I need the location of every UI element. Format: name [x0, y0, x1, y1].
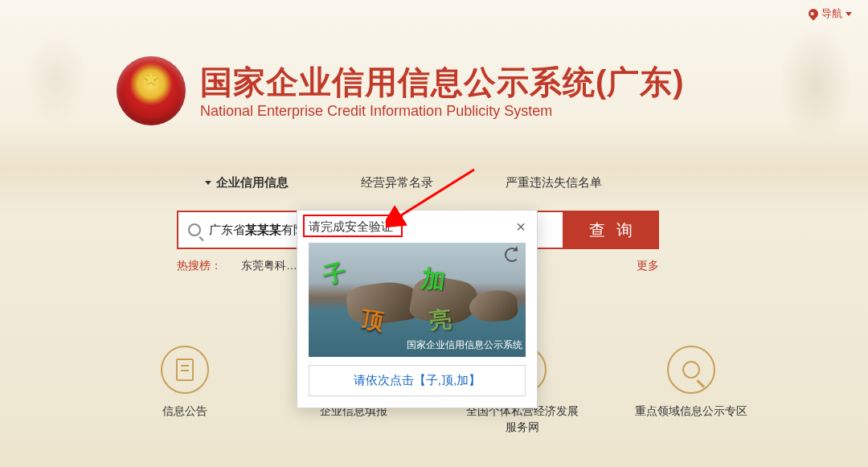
- site-header: 国家企业信用信息公示系统(广东) National Enterprise Cre…: [117, 56, 685, 125]
- quicklink-key-area[interactable]: 重点领域信息公示专区: [635, 346, 747, 435]
- captcha-header: 请完成安全验证 ×: [297, 211, 537, 243]
- tab-label: 企业信用信息: [216, 175, 289, 190]
- tab-label: 经营异常名录: [361, 175, 433, 190]
- quicklink-info-notice[interactable]: 信息公告: [129, 346, 241, 435]
- search-button-label: 查询: [589, 219, 644, 241]
- pin-icon: [807, 7, 821, 21]
- tab-label: 严重违法失信名单: [506, 175, 602, 190]
- tab-credit-info[interactable]: 企业信用信息: [205, 175, 289, 190]
- captcha-close-button[interactable]: ×: [516, 219, 526, 235]
- captcha-char-zi[interactable]: 子: [320, 256, 349, 292]
- captcha-refresh-button[interactable]: [505, 248, 519, 262]
- magnifier-icon: [682, 361, 700, 379]
- captcha-char-liang[interactable]: 亮: [428, 305, 453, 338]
- tab-abnormal-list[interactable]: 经营异常名录: [361, 175, 433, 190]
- site-title-en: National Enterprise Credit Information P…: [200, 103, 685, 120]
- document-icon: [176, 358, 194, 381]
- search-tabs: 企业信用信息 经营异常名录 严重违法失信名单: [205, 175, 602, 190]
- search-button[interactable]: 查询: [563, 211, 659, 249]
- site-title-cn: 国家企业信用信息公示系统(广东): [200, 63, 685, 101]
- search-icon: [188, 223, 201, 236]
- chevron-down-icon: [845, 12, 852, 16]
- quicklink-label: 重点领域信息公示专区: [635, 404, 747, 420]
- captcha-image[interactable]: 子 顶 加 亮 国家企业信用信息公示系统: [309, 243, 526, 357]
- tab-blacklist[interactable]: 严重违法失信名单: [506, 175, 602, 190]
- nav-dropdown[interactable]: 导航: [809, 6, 852, 21]
- national-emblem-icon: [117, 56, 186, 125]
- hot-search-item[interactable]: 东莞粤科…: [241, 259, 297, 273]
- search-input-text: 广东省某某某有限: [209, 223, 305, 238]
- quicklink-label: 信息公告: [162, 404, 207, 420]
- bg-decor-vessel-left: [24, 32, 88, 129]
- captcha-watermark: 国家企业信用信息公示系统: [403, 337, 526, 354]
- captcha-instruction: 请依次点击【子,顶,加】: [309, 365, 526, 396]
- captcha-char-ding[interactable]: 顶: [358, 304, 386, 338]
- chevron-down-icon: [205, 181, 211, 185]
- captcha-title: 请完成安全验证: [309, 219, 393, 235]
- bg-decor-mountain: [0, 121, 868, 217]
- captcha-modal: 请完成安全验证 × 子 顶 加 亮 国家企业信用信息公示系统 请依次点击【子,顶…: [297, 210, 538, 408]
- nav-label: 导航: [821, 6, 842, 21]
- hot-search-more[interactable]: 更多: [637, 259, 659, 273]
- captcha-char-jia[interactable]: 加: [419, 262, 447, 298]
- hot-search-label: 热搜榜：: [177, 259, 222, 273]
